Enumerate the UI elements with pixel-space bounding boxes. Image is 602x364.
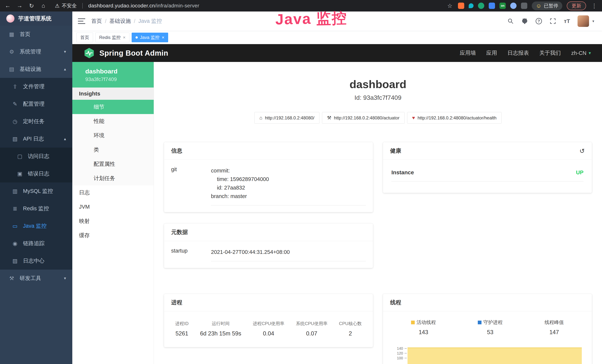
sidebar-item-system-mgmt[interactable]: ⚙ 系统管理 ▾ xyxy=(0,43,72,60)
instance-nav-metrics[interactable]: 性能 xyxy=(72,114,154,128)
service-url-link[interactable]: ⌂ http://192.168.0.2:48080/ xyxy=(254,112,320,124)
font-size-icon[interactable]: тT xyxy=(563,18,570,25)
health-url-link[interactable]: ♥ http://192.168.0.2:48080/actuator/heal… xyxy=(407,112,502,124)
stat-label: 进程CPU使用率 xyxy=(253,321,284,327)
tools-icon: ⚒ xyxy=(8,275,15,281)
instance-nav-jvm[interactable]: JVM xyxy=(72,200,154,214)
browser-toolbar: ← → ↻ ⌂ ⚠ 不安全 dashboard.yudao.iocoder.cn… xyxy=(0,0,602,11)
sba-brand[interactable]: Spring Boot Admin xyxy=(84,47,168,59)
sidebar-item-home[interactable]: ▦ 首页 xyxy=(0,26,72,43)
site-security-warning[interactable]: ⚠ 不安全 xyxy=(55,2,77,9)
forward-icon[interactable]: → xyxy=(16,2,23,9)
tab-home[interactable]: 首页 xyxy=(76,33,93,42)
stat-process-cpu: 进程CPU使用率 0.04 xyxy=(253,321,284,337)
stat-label: 运行时间 xyxy=(200,321,241,327)
instance-nav-mappings[interactable]: 映射 xyxy=(72,214,154,228)
hamburger-icon[interactable] xyxy=(78,18,85,24)
sidebar-item-label: 日志中心 xyxy=(23,257,44,265)
instance-nav-details[interactable]: 细节 xyxy=(72,100,154,114)
extension-grid-icon[interactable] xyxy=(489,3,495,9)
instance-nav-environment[interactable]: 环境 xyxy=(72,128,154,143)
instance-sidebar: dashboard 93a3fc7f7409 Insights 细节 性能 环境… xyxy=(72,62,154,364)
sidebar-item-label: Redis 监控 xyxy=(23,205,49,212)
extension-leaf-icon[interactable] xyxy=(510,3,516,9)
sidebar-item-file-mgmt[interactable]: ⇪ 文件管理 xyxy=(0,78,72,95)
sidebar-item-label: 配置管理 xyxy=(23,100,44,108)
sba-nav-journal[interactable]: 日志报表 xyxy=(507,49,529,57)
browser-menu-icon[interactable]: ⋮ xyxy=(591,2,598,9)
sba-nav-applications[interactable]: 应用 xyxy=(486,49,497,57)
sidebar-item-config-mgmt[interactable]: ✎ 配置管理 xyxy=(0,95,72,113)
actuator-url-link[interactable]: ⚒ http://192.168.0.2:48080/actuator xyxy=(322,112,405,124)
health-instance-row[interactable]: Instance UP xyxy=(391,169,583,181)
stat-system-cpu: 系统CPU使用率 0.07 xyxy=(296,321,328,337)
extension-puzzle-icon[interactable] xyxy=(521,3,527,9)
legend-label: 线程峰值 xyxy=(545,319,564,326)
sidebar-item-label: 系统管理 xyxy=(20,48,41,55)
legend-label: 守护进程 xyxy=(483,319,503,326)
upload-icon: ⇪ xyxy=(11,84,19,90)
close-icon[interactable]: × xyxy=(123,35,126,40)
instance-name: dashboard xyxy=(85,67,148,75)
user-avatar[interactable] xyxy=(578,15,589,27)
github-icon[interactable] xyxy=(521,18,528,25)
link-url: http://192.168.0.2:48080/ xyxy=(265,115,314,120)
app-logo[interactable]: 芋道管理系统 xyxy=(0,11,72,26)
sidebar-item-api-logs[interactable]: ▧ API 日志 ▴ xyxy=(0,130,72,148)
tab-java-monitor[interactable]: Java 监控 × xyxy=(132,33,168,42)
instance-nav-caches[interactable]: 缓存 xyxy=(72,228,154,243)
startup-value: 2021-04-27T00:44:31.254+08:00 xyxy=(211,248,366,256)
search-icon[interactable] xyxy=(507,18,514,25)
threads-card: 线程 活动线程 143 xyxy=(383,294,592,364)
fullscreen-icon[interactable] xyxy=(549,18,556,25)
history-icon[interactable]: ↺ xyxy=(580,147,585,155)
instance-nav-scheduled-tasks[interactable]: 计划任务 xyxy=(72,171,154,185)
instance-header[interactable]: dashboard 93a3fc7f7409 xyxy=(72,62,154,87)
edit-icon: ✎ xyxy=(11,101,19,107)
instance-nav-config-props[interactable]: 配置属性 xyxy=(72,157,154,171)
threads-chart: 140 120 100 xyxy=(390,346,585,364)
avatar-caret-icon[interactable]: ▾ xyxy=(592,19,594,23)
address-bar[interactable]: dashboard.yudao.iocoder.cn/infra/admin-s… xyxy=(88,3,199,9)
breadcrumb-separator: / xyxy=(105,18,107,24)
instance-nav-logs[interactable]: 日志 xyxy=(72,185,154,200)
sidebar-item-log-center[interactable]: ▨ 日志中心 xyxy=(0,252,72,270)
security-label: 不安全 xyxy=(62,2,77,9)
sidebar-item-scheduled-tasks[interactable]: ◷ 定时任务 xyxy=(0,113,72,130)
sidebar-item-access-logs[interactable]: ▢ 访问日志 xyxy=(0,148,72,165)
sidebar-item-redis-monitor[interactable]: ≣ Redis 监控 xyxy=(0,200,72,217)
tags-view-bar: 首页 Redis 监控 × Java 监控 × xyxy=(72,31,602,44)
reload-icon[interactable]: ↻ xyxy=(28,2,35,9)
breadcrumb-home[interactable]: 首页 xyxy=(91,17,102,25)
locale-selector[interactable]: zh-CN ▾ xyxy=(571,50,591,56)
extension-drop-icon[interactable] xyxy=(469,3,473,8)
sidebar-item-tracing[interactable]: ◉ 链路追踪 xyxy=(0,235,72,252)
instance-nav-classes[interactable]: 类 xyxy=(72,143,154,157)
sidebar-item-java-monitor[interactable]: ▭ Java 监控 xyxy=(0,217,72,235)
tab-redis-monitor[interactable]: Redis 监控 × xyxy=(95,33,129,42)
bookmark-star-icon[interactable]: ☆ xyxy=(446,2,453,9)
info-git-row: git commit: time: 1596289704000 id: 27aa… xyxy=(171,166,366,205)
monitor-icon: ▭ xyxy=(11,223,19,229)
extension-fox-icon[interactable] xyxy=(458,3,464,9)
sidebar-item-infrastructure[interactable]: ▤ 基础设施 ▴ xyxy=(0,60,72,78)
sidebar-item-dev-tools[interactable]: ⚒ 研发工具 ▾ xyxy=(0,270,72,287)
legend-swatch-blue xyxy=(478,321,482,324)
sidebar-item-error-logs[interactable]: ▣ 错误日志 xyxy=(0,165,72,182)
sba-nav-wallboard[interactable]: 应用墙 xyxy=(460,49,476,57)
extension-on-badge[interactable]: on xyxy=(499,3,506,9)
redis-icon: ≣ xyxy=(11,205,19,212)
back-icon[interactable]: ← xyxy=(4,2,11,9)
help-icon[interactable]: ? xyxy=(535,18,542,25)
sidebar-item-mysql-monitor[interactable]: ▥ MySQL 监控 xyxy=(0,182,72,200)
stat-value: 2 xyxy=(339,330,362,337)
home-icon[interactable]: ⌂ xyxy=(40,2,47,9)
profile-paused-chip[interactable]: ☺ 已暂停 xyxy=(532,1,562,10)
dashboard-icon: ▦ xyxy=(8,31,15,37)
close-icon[interactable]: × xyxy=(162,35,164,40)
profile-avatar-icon: ☺ xyxy=(536,3,542,9)
breadcrumb-infrastructure[interactable]: 基础设施 xyxy=(109,17,131,25)
extension-green-icon[interactable] xyxy=(478,3,484,9)
sba-nav-about[interactable]: 关于我们 xyxy=(539,49,561,57)
chrome-update-button[interactable]: 更新 xyxy=(567,1,586,10)
